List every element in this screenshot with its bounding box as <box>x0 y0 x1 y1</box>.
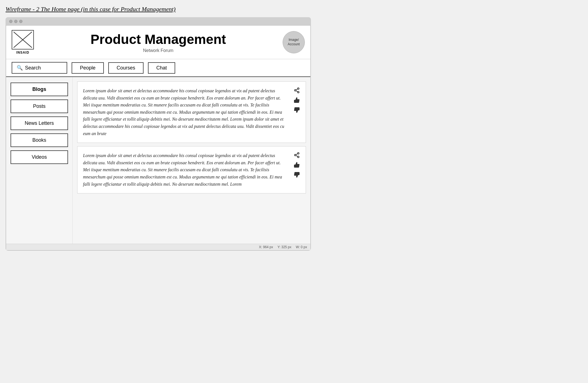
post-actions-1 <box>291 87 300 115</box>
thumbs-down-icon-2 <box>293 171 300 178</box>
search-icon: 🔍 <box>17 65 23 71</box>
post-card-2: Lorem ipsum dolor sit amet et delectus a… <box>77 146 306 193</box>
logo-wrapper: INSAID <box>12 30 34 54</box>
svg-line-10 <box>296 156 298 157</box>
svg-line-11 <box>296 154 298 155</box>
post-text-1: Lorem ipsum dolor sit amet et delectus a… <box>83 87 287 137</box>
courses-button[interactable]: Courses <box>108 62 144 74</box>
thumbs-down-icon <box>293 107 300 113</box>
svg-point-8 <box>295 154 296 156</box>
browser-window: INSAID Product Management Network Forum … <box>6 17 311 251</box>
logo-label: INSAID <box>16 51 29 54</box>
thumbs-up-icon-2 <box>293 161 300 168</box>
site-header: INSAID Product Management Network Forum … <box>6 26 310 59</box>
browser-content: INSAID Product Management Network Forum … <box>6 25 311 250</box>
status-bar: X: 964 px Y: 325 px W: 0 px <box>6 244 310 250</box>
share-icon <box>294 87 300 93</box>
logo-box <box>12 30 34 49</box>
svg-line-6 <box>296 89 298 90</box>
svg-point-4 <box>298 91 299 93</box>
status-x: X: 964 px <box>259 245 273 249</box>
site-title: Product Management <box>91 32 226 47</box>
logo-x-icon <box>12 31 33 49</box>
navbar: 🔍 Search People Courses Chat <box>6 59 310 77</box>
search-label: Search <box>25 65 41 71</box>
wireframe-title: Wireframe - 2 The Home page (in this cas… <box>6 6 582 13</box>
sidebar: Blogs Posts News Letters Books Videos <box>6 77 73 244</box>
sidebar-item-posts[interactable]: Posts <box>11 100 68 113</box>
header-center: Product Management Network Forum <box>39 32 277 53</box>
browser-titlebar <box>6 18 311 25</box>
browser-dot-1 <box>9 20 12 23</box>
post-actions-2 <box>291 152 300 179</box>
browser-dot-2 <box>14 20 17 23</box>
thumbs-up-button-1[interactable] <box>293 97 300 105</box>
post-card-1: Lorem ipsum dolor sit amet et delectus a… <box>77 81 306 143</box>
share-icon-2 <box>294 152 300 158</box>
sidebar-item-newsletters[interactable]: News Letters <box>11 116 68 130</box>
chat-button[interactable]: Chat <box>148 62 175 74</box>
svg-point-9 <box>298 156 299 158</box>
svg-point-2 <box>298 88 299 89</box>
main-area: Blogs Posts News Letters Books Videos Lo… <box>6 77 310 244</box>
sidebar-item-books[interactable]: Books <box>11 133 68 147</box>
thumbs-down-button-1[interactable] <box>293 107 300 115</box>
sidebar-item-videos[interactable]: Videos <box>11 150 68 164</box>
people-button[interactable]: People <box>72 62 104 74</box>
share-button-2[interactable] <box>294 152 300 159</box>
svg-point-7 <box>298 153 299 154</box>
site-subtitle: Network Forum <box>143 48 173 53</box>
thumbs-up-button-2[interactable] <box>293 161 300 169</box>
content-area: Lorem ipsum dolor sit amet et delectus a… <box>73 77 310 244</box>
search-box[interactable]: 🔍 Search <box>12 62 67 74</box>
svg-line-5 <box>296 91 298 92</box>
sidebar-item-blogs[interactable]: Blogs <box>11 83 68 96</box>
status-y: Y: 325 px <box>277 245 291 249</box>
browser-dot-3 <box>19 20 22 23</box>
svg-point-3 <box>295 89 296 91</box>
share-button-1[interactable] <box>294 87 300 94</box>
status-w: W: 0 px <box>296 245 307 249</box>
thumbs-down-button-2[interactable] <box>293 171 300 179</box>
account-area: Image/ Account <box>283 31 305 53</box>
account-button[interactable]: Image/ Account <box>283 31 305 53</box>
post-text-2: Lorem ipsum dolor sit amet et delectus a… <box>83 152 287 188</box>
thumbs-up-icon <box>293 97 300 103</box>
